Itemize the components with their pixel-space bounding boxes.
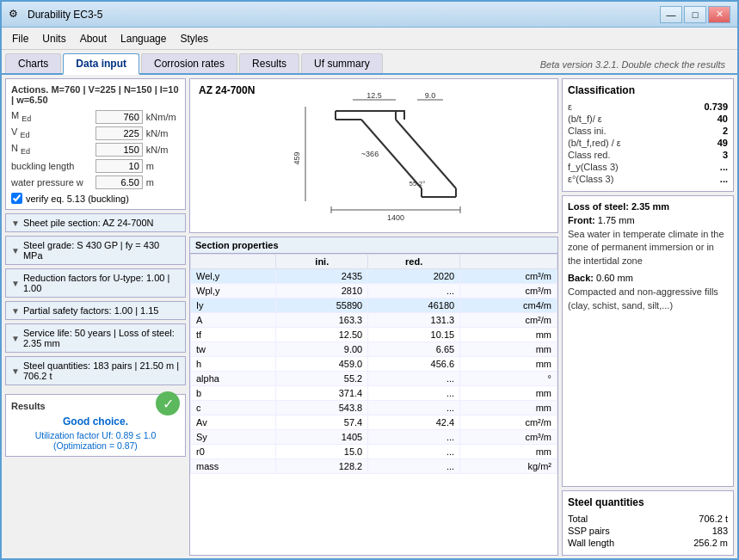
prop-red: 6.65 [368, 342, 460, 357]
prop-unit: mm [460, 357, 557, 372]
table-row: tw 9.00 6.65 mm [191, 342, 557, 357]
prop-name: Wpl,y [191, 284, 276, 298]
tab-charts[interactable]: Charts [5, 53, 61, 73]
tab-uf-summary[interactable]: Uf summary [301, 53, 383, 73]
collapsible-label: Sheet pile section: AZ 24-700N [23, 218, 154, 228]
table-row: r0 15.0 ... mm [191, 445, 557, 459]
m-label: M Ed [11, 110, 95, 123]
prop-name: Av [191, 415, 276, 430]
prop-unit: cm³/m [460, 284, 557, 298]
prop-ini: 163.3 [276, 313, 368, 328]
prop-unit: mm [460, 401, 557, 415]
table-row: c 543.8 ... mm [191, 401, 557, 415]
expand-icon: ▼ [11, 306, 20, 316]
props-table: ini. red. Wel,y 2435 2020 cm³/m Wpl,y 28… [190, 254, 557, 474]
class-value: 0.739 [704, 102, 728, 112]
prop-red: ... [368, 430, 460, 445]
main-content: Actions. M=760 | V=225 | N=150 | I=10 | … [2, 75, 737, 559]
prop-ini: 1405 [276, 430, 368, 445]
collapsible-quantities[interactable]: ▼ Steel quantities: 183 pairs | 21.50 m … [5, 356, 186, 385]
class-value: 2 [723, 126, 728, 136]
tab-results[interactable]: Results [239, 53, 299, 73]
class-value: 40 [717, 114, 728, 124]
qty-label: Total [568, 514, 588, 524]
v-unit: kN/m [146, 128, 180, 138]
qty-row: Total 706.2 t [568, 514, 728, 524]
collapsible-steel-grade[interactable]: ▼ Steel grade: S 430 GP | fy = 430 MPa [5, 236, 186, 265]
prop-red: ... [368, 401, 460, 415]
buckling-verify-checkbox[interactable] [11, 193, 22, 204]
middle-panel: AZ 24-700N 12.5 9.0 459 [189, 78, 558, 556]
m-input[interactable] [95, 110, 143, 124]
prop-ini: 543.8 [276, 401, 368, 415]
prop-red: ... [368, 284, 460, 298]
collapsible-service-life[interactable]: ▼ Service life: 50 years | Loss of steel… [5, 323, 186, 353]
prop-unit: mm [460, 386, 557, 401]
prop-ini: 55.2 [276, 372, 368, 386]
collapsible-safety[interactable]: ▼ Partial safety factors: 1.00 | 1.15 [5, 301, 186, 320]
menu-language[interactable]: Language [114, 31, 173, 46]
prop-name: Sy [191, 430, 276, 445]
menu-units[interactable]: Units [35, 31, 72, 46]
status-text: Beta version 3.2.1. Double check the res… [532, 56, 734, 73]
collapsible-sheet-pile[interactable]: ▼ Sheet pile section: AZ 24-700N [5, 213, 186, 232]
prop-ini: 2435 [276, 269, 368, 284]
prop-red: ... [368, 445, 460, 459]
prop-name: b [191, 386, 276, 401]
menu-about[interactable]: About [73, 31, 114, 46]
n-input[interactable] [95, 143, 143, 157]
water-label: water pressure w [11, 177, 95, 188]
n-row: N Ed kN/m [11, 143, 180, 157]
loss-box: Loss of steel: 2.35 mm Front: 1.75 mm Se… [562, 195, 734, 487]
collapsible-label: Service life: 50 years | Loss of steel: … [23, 328, 180, 348]
section-props-title: Section properties [190, 237, 557, 254]
minimize-button[interactable]: — [660, 6, 682, 23]
prop-ini: 12.50 [276, 328, 368, 342]
n-label: N Ed [11, 143, 95, 156]
class-row: f_y(Class 3) ... [568, 162, 728, 172]
class-value: ... [720, 174, 728, 184]
collapsible-label: Steel grade: S 430 GP | fy = 430 MPa [23, 240, 180, 261]
collapsible-reduction[interactable]: ▼ Reduction factors for U-type: 1.00 | 1… [5, 268, 186, 298]
class-row: (b/t_f)/ ε 40 [568, 114, 728, 124]
back-desc: Compacted and non-aggressive fills (clay… [568, 286, 728, 312]
prop-unit: mm [460, 328, 557, 342]
results-box: Results ✓ Good choice. Utilization facto… [5, 394, 186, 457]
prop-name: tf [191, 328, 276, 342]
actions-input-box: Actions. M=760 | V=225 | N=150 | I=10 | … [5, 78, 186, 210]
left-panel: Actions. M=760 | V=225 | N=150 | I=10 | … [5, 78, 186, 556]
expand-icon: ▼ [11, 279, 20, 288]
tab-data-input[interactable]: Data input [63, 53, 139, 75]
v-input[interactable] [95, 126, 143, 140]
class-value: 3 [723, 150, 728, 160]
expand-icon: ▼ [11, 366, 20, 376]
menu-file[interactable]: File [5, 31, 35, 46]
app-window: ⚙ Durability EC3-5 — □ ✕ File Units Abou… [0, 0, 739, 560]
right-panel: Classification ε 0.739 (b/t_f)/ ε 40 Cla… [562, 78, 734, 556]
table-row: Av 57.4 42.4 cm²/m [191, 415, 557, 430]
menu-styles[interactable]: Styles [173, 31, 215, 46]
svg-text:~366: ~366 [360, 150, 378, 158]
prop-ini: 9.00 [276, 342, 368, 357]
svg-text:12.5: 12.5 [366, 91, 382, 100]
water-input[interactable] [95, 175, 143, 189]
class-label: f_y(Class 3) [568, 162, 619, 172]
prop-red: 10.15 [368, 328, 460, 342]
app-icon: ⚙ [9, 8, 22, 22]
maximize-button[interactable]: □ [684, 6, 706, 23]
close-button[interactable]: ✕ [708, 6, 730, 23]
class-value: ... [720, 162, 728, 172]
table-row: alpha 55.2 ... ° [191, 372, 557, 386]
buckling-input[interactable] [95, 159, 143, 173]
buckling-row: buckling length m [11, 159, 180, 173]
tab-corrosion-rates[interactable]: Corrosion rates [141, 53, 237, 73]
col-unit [460, 255, 557, 269]
prop-ini: 2810 [276, 284, 368, 298]
prop-name: Wel,y [191, 269, 276, 284]
col-name [191, 255, 276, 269]
prop-name: r0 [191, 445, 276, 459]
class-label: ε°(Class 3) [568, 174, 613, 184]
prop-unit: cm³/m [460, 269, 557, 284]
class-row: ε°(Class 3) ... [568, 174, 728, 184]
actions-header: Actions. M=760 | V=225 | N=150 | I=10 | … [11, 84, 180, 105]
